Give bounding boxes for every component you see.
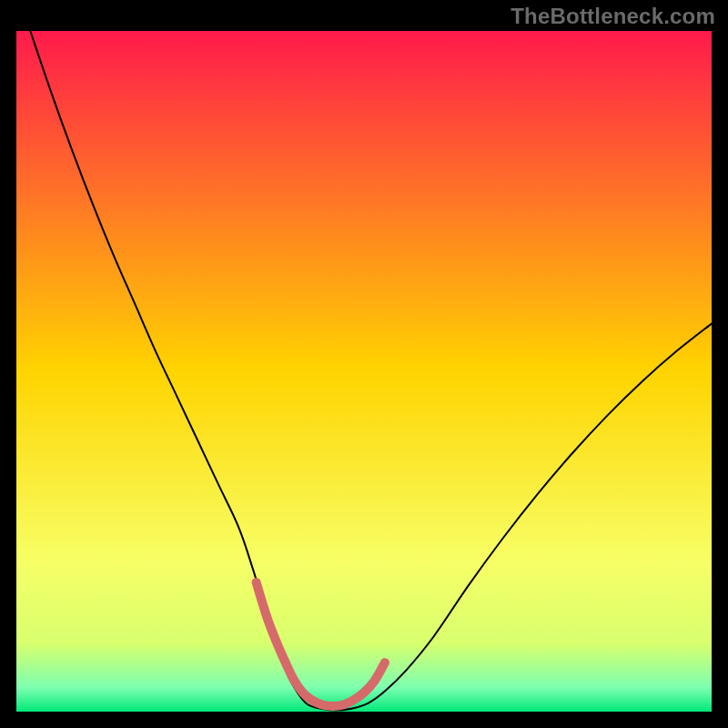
watermark-text: TheBottleneck.com	[511, 4, 715, 29]
gradient-background	[16, 31, 712, 712]
plot-area	[16, 31, 712, 712]
chart-stage: TheBottleneck.com	[0, 0, 728, 728]
bottleneck-chart	[16, 31, 712, 712]
